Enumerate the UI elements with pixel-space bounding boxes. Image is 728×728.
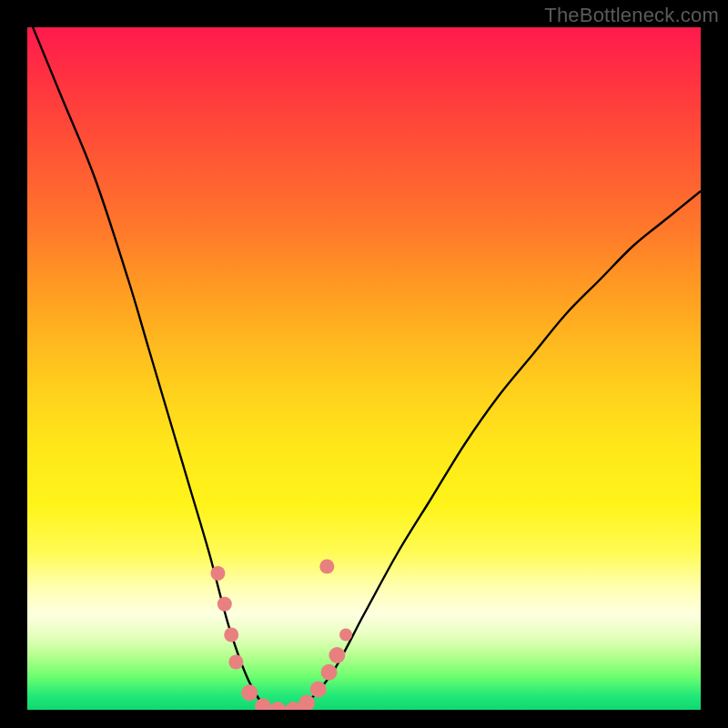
plot-area [27,27,701,710]
marker-point [269,702,286,710]
marker-point [241,684,258,701]
highlight-markers [210,560,352,711]
marker-point [310,682,327,698]
chart-container: TheBottleneck.com [0,0,728,728]
marker-point [217,597,232,612]
watermark-text: TheBottleneck.com [544,4,719,27]
marker-point [224,628,238,642]
curve-svg [27,27,701,710]
bottleneck-curve [27,27,701,710]
marker-point [255,698,271,710]
marker-point [319,560,334,574]
marker-point [228,655,243,670]
marker-point [329,647,345,663]
marker-point [210,566,225,581]
marker-point [339,629,352,642]
marker-point [321,664,338,681]
